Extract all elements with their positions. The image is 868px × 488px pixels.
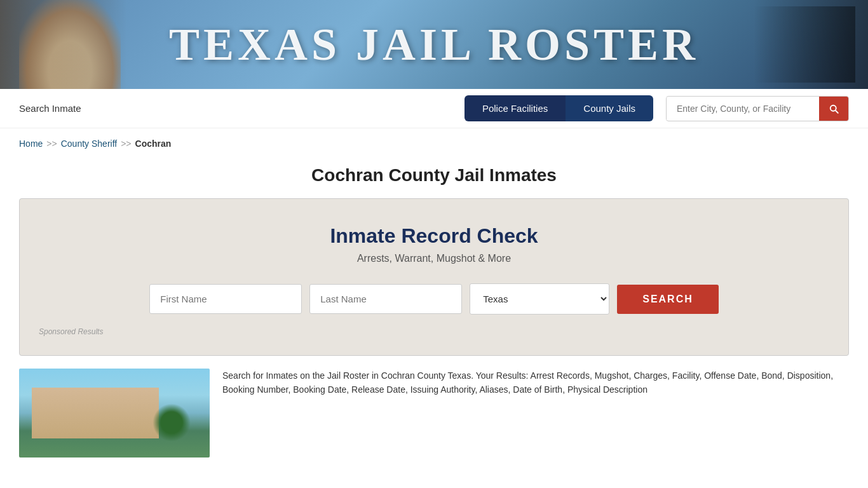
- nav-bar: Search Inmate Police Facilities County J…: [0, 89, 868, 128]
- facility-image: [19, 369, 210, 458]
- tree-shape: [153, 403, 191, 442]
- county-jails-button[interactable]: County Jails: [566, 95, 653, 121]
- keys-decor: [754, 6, 855, 83]
- inmate-record-section: Inmate Record Check Arrests, Warrant, Mu…: [19, 198, 849, 356]
- search-inmate-label: Search Inmate: [19, 103, 81, 114]
- last-name-input[interactable]: [309, 284, 462, 314]
- nav-buttons: Police Facilities County Jails: [465, 95, 653, 121]
- search-icon: [828, 103, 839, 114]
- facility-search-button[interactable]: [819, 97, 848, 121]
- dome-icon: [19, 0, 121, 89]
- facility-search-box: [666, 96, 849, 121]
- page-title: Cochran County Jail Inmates: [0, 165, 868, 186]
- record-check-form: AlabamaAlaskaArizonaArkansasCaliforniaCo…: [39, 283, 829, 315]
- breadcrumb: Home >> County Sheriff >> Cochran: [0, 128, 868, 159]
- building-shape: [32, 388, 159, 438]
- description-text: Search for Inmates on the Jail Roster in…: [222, 369, 849, 458]
- breadcrumb-sep-1: >>: [46, 139, 57, 149]
- header-banner: Texas Jail Roster: [0, 0, 868, 89]
- breadcrumb-county-sheriff[interactable]: County Sheriff: [61, 139, 117, 149]
- facility-search-input[interactable]: [667, 97, 819, 120]
- bottom-section: Search for Inmates on the Jail Roster in…: [19, 369, 849, 458]
- police-facilities-button[interactable]: Police Facilities: [465, 95, 566, 121]
- first-name-input[interactable]: [149, 284, 302, 314]
- breadcrumb-current: Cochran: [135, 139, 172, 149]
- sponsored-results-label: Sponsored Results: [39, 327, 829, 336]
- breadcrumb-sep-2: >>: [121, 139, 131, 149]
- site-title: Texas Jail Roster: [169, 18, 699, 71]
- record-check-subtitle: Arrests, Warrant, Mugshot & More: [39, 253, 829, 264]
- record-search-button[interactable]: SEARCH: [617, 285, 719, 314]
- record-check-title: Inmate Record Check: [39, 224, 829, 248]
- breadcrumb-home[interactable]: Home: [19, 139, 43, 149]
- state-select[interactable]: AlabamaAlaskaArizonaArkansasCaliforniaCo…: [470, 283, 609, 315]
